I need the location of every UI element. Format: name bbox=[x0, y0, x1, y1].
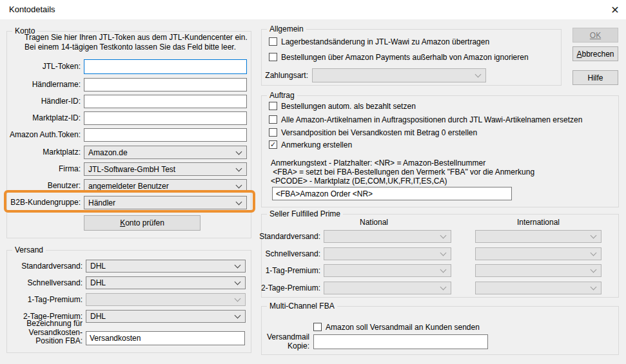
sfp-tag1-premium-label: 1-Tag-Premium: bbox=[258, 266, 320, 275]
tag2-premium-select[interactable]: DHL bbox=[86, 310, 246, 323]
firma-select[interactable]: JTL-Software-GmbH Test bbox=[84, 162, 247, 176]
multi-channel-fba-group-label: Multi-Channel FBA bbox=[267, 302, 337, 311]
b2b-kundengruppe-select[interactable]: Händler bbox=[84, 196, 247, 209]
chevron-down-icon bbox=[440, 233, 447, 239]
amazon-auth-token-input[interactable] bbox=[84, 128, 247, 142]
tag1-premium-label: 1-Tag-Premium: bbox=[6, 295, 83, 304]
artikelnamen-ersetzen-checkbox[interactable] bbox=[269, 115, 277, 124]
anmerkung-erstellen-checkbox-label: Anmerkung erstellen bbox=[281, 140, 352, 149]
chevron-down-icon bbox=[236, 182, 242, 188]
amazon-payments-checkbox[interactable] bbox=[269, 53, 277, 61]
sfp-tag2-premium-label: 2-Tage-Premium: bbox=[258, 283, 320, 292]
jtl-token-label: JTL-Token: bbox=[5, 62, 81, 71]
schnellversand-label: Schnellversand: bbox=[6, 278, 83, 287]
benutzer-select[interactable]: angemeldeter Benutzer bbox=[84, 179, 247, 193]
haendler-id-label: Händler-ID: bbox=[5, 97, 81, 106]
amazon-auth-token-label: Amazon Auth.Token: bbox=[5, 130, 81, 139]
sfp-tag2-national-select bbox=[324, 282, 451, 294]
sfp-schnellversand-national-select bbox=[324, 247, 451, 260]
sfp-column-national: National bbox=[309, 218, 438, 227]
konto-pruefen-mnemonic: K bbox=[120, 218, 125, 227]
chevron-down-icon bbox=[475, 72, 482, 78]
sfp-standardversand-label: Standardversand: bbox=[258, 232, 320, 241]
allgemein-group-label: Allgemein bbox=[267, 24, 306, 34]
title-bar: Kontodetails ✕ bbox=[0, 0, 626, 19]
anmerkungstext-hint-line3: <PCODE> - Marktplatz (DE,COM,UK,FR,IT,ES… bbox=[271, 177, 447, 186]
versandmail-checkbox-label: Amazon soll Versandmail an Kunden senden bbox=[326, 323, 480, 332]
marktplatz-select[interactable]: Amazon.de bbox=[84, 146, 247, 159]
marktplatz-selected-value: Amazon.de bbox=[88, 148, 128, 157]
anmerkungstext-input[interactable] bbox=[272, 187, 512, 200]
marktplatz-label: Marktplatz: bbox=[5, 148, 81, 157]
ok-button-label: OK bbox=[590, 31, 601, 40]
anmerkung-erstellen-checkbox[interactable]: ✓ bbox=[269, 140, 277, 149]
chevron-down-icon bbox=[235, 312, 241, 319]
sfp-tag1-national-select bbox=[324, 264, 451, 277]
tag2-premium-selected-value: DHL bbox=[90, 312, 106, 321]
konto-intro-line2: Bei einem 14-tägigen Testkonto lassen Si… bbox=[24, 43, 236, 52]
versandmail-checkbox[interactable] bbox=[313, 323, 322, 331]
firma-label: Firma: bbox=[5, 164, 81, 173]
konto-pruefen-button[interactable]: Konto prüfen bbox=[84, 215, 201, 231]
chevron-down-icon bbox=[591, 267, 597, 273]
konto-intro-line1: Tragen Sie hier Ihren JTL-Token aus dem … bbox=[24, 33, 248, 42]
benutzer-label: Benutzer: bbox=[5, 181, 81, 190]
chevron-down-icon bbox=[236, 198, 242, 205]
bezeichnung-fba-label: Bezeichnung für Versandkosten- Position … bbox=[6, 320, 83, 346]
versandmail-kopie-input[interactable] bbox=[313, 334, 488, 349]
zahlungsart-select bbox=[312, 68, 486, 82]
versandposition-checkbox-label: Versandposition bei Versandkosten mit Be… bbox=[281, 128, 477, 137]
dialog-title: Kontodetails bbox=[9, 5, 55, 14]
chevron-down-icon bbox=[440, 250, 447, 256]
chevron-down-icon bbox=[440, 284, 447, 291]
sfp-standardversand-national-select bbox=[324, 230, 451, 243]
chevron-down-icon bbox=[591, 284, 597, 291]
marktplatz-id-label: Marktplatz-ID: bbox=[5, 113, 81, 122]
versandposition-checkbox[interactable] bbox=[269, 128, 277, 137]
bezahlt-setzen-checkbox[interactable] bbox=[269, 102, 277, 110]
chevron-down-icon bbox=[235, 296, 241, 302]
jtl-token-input[interactable] bbox=[84, 59, 247, 74]
hilfe-button[interactable]: Hilfe bbox=[572, 70, 618, 85]
tag1-premium-select bbox=[86, 293, 246, 306]
bezeichnung-fba-input[interactable] bbox=[86, 331, 245, 345]
schnellversand-selected-value: DHL bbox=[90, 278, 106, 287]
checkmark-icon: ✓ bbox=[270, 141, 276, 148]
versandmail-kopie-label: Versandmail Kopie: bbox=[261, 333, 309, 350]
sfp-tag2-international-select bbox=[475, 282, 602, 294]
chevron-down-icon bbox=[235, 279, 241, 285]
haendlername-input[interactable] bbox=[84, 78, 247, 91]
close-icon[interactable]: ✕ bbox=[606, 1, 624, 18]
haendler-id-input[interactable] bbox=[84, 95, 247, 108]
chevron-down-icon bbox=[236, 165, 242, 171]
sfp-standardversand-international-select bbox=[475, 230, 602, 243]
versand-group-label: Versand bbox=[12, 245, 46, 255]
kontodetails-dialog: { "window": { "title": "Kontodetails" },… bbox=[0, 0, 626, 364]
chevron-down-icon bbox=[236, 148, 242, 155]
ok-button: OK bbox=[572, 28, 618, 43]
haendlername-label: Händlername: bbox=[5, 80, 81, 89]
standardversand-selected-value: DHL bbox=[90, 262, 106, 271]
auftrag-group-label: Auftrag bbox=[267, 91, 297, 101]
sfp-schnellversand-label: Schnellversand: bbox=[258, 249, 320, 258]
lagerbestand-checkbox[interactable] bbox=[269, 37, 277, 46]
sfp-tag1-international-select bbox=[475, 264, 602, 277]
konto-pruefen-rest: onto prüfen bbox=[125, 218, 164, 227]
abbrechen-rest: bbrechen bbox=[582, 50, 614, 59]
chevron-down-icon bbox=[235, 262, 241, 269]
abbrechen-button[interactable]: Abbrechen bbox=[572, 46, 618, 61]
anmerkungstext-hint-line1: Anmerkungstext - Platzhalter: <NR> = Ama… bbox=[271, 158, 485, 168]
standardversand-select[interactable]: DHL bbox=[86, 260, 246, 273]
b2b-kundengruppe-label: B2B-Kundengruppe: bbox=[5, 198, 81, 207]
marktplatz-id-input[interactable] bbox=[84, 111, 247, 125]
chevron-down-icon bbox=[591, 250, 597, 256]
hilfe-button-label: Hilfe bbox=[587, 73, 603, 82]
standardversand-label: Standardversand: bbox=[6, 262, 83, 271]
sfp-schnellversand-international-select bbox=[475, 247, 602, 260]
schnellversand-select[interactable]: DHL bbox=[86, 276, 246, 289]
anmerkungstext-hint-line2: <FBA> = setzt bei FBA-Bestellungen den V… bbox=[271, 168, 534, 177]
zahlungsart-label: Zahlungsart: bbox=[261, 71, 308, 80]
amazon-payments-checkbox-label: Bestellungen über Amazon Payments außerh… bbox=[281, 53, 529, 62]
b2b-selected-value: Händler bbox=[88, 198, 115, 207]
chevron-down-icon bbox=[440, 267, 447, 273]
